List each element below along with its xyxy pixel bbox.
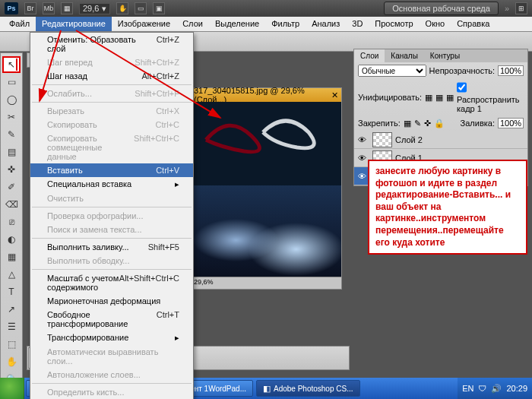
unify-icon[interactable]: ▦ [425, 93, 432, 103]
menu-справка[interactable]: Справка [451, 17, 496, 31]
menu-item: Автоналожение слоев... [30, 368, 193, 382]
fill-label: Заливка: [461, 119, 495, 128]
tool-5[interactable]: ▤ [2, 144, 21, 160]
panel-tabs: СлоиКаналыКонтуры [354, 49, 527, 62]
minibridge-icon[interactable]: Mb [43, 2, 55, 14]
blend-mode-select[interactable]: Обычные [358, 65, 426, 77]
menu-item: Скопировать совмещенные данныеShift+Ctrl… [30, 131, 193, 163]
arrange-icon[interactable]: ▭ [135, 2, 147, 14]
tool-11[interactable]: ▦ [2, 249, 21, 265]
menu-фильтр[interactable]: Фильтр [265, 17, 306, 31]
toolbox: ↖▭◯✂✎▤✜✐⌫⎚◐▦△T↗☰⬚✋🔍 [0, 52, 23, 399]
menubar: ФайлРедактированиеИзображениеСлоиВыделен… [0, 17, 532, 32]
hand-icon[interactable]: ✋ [116, 2, 128, 14]
tool-0[interactable]: ↖ [2, 56, 21, 73]
opacity-field[interactable]: 100% [498, 65, 524, 76]
clock[interactable]: 20:29 [506, 384, 527, 393]
menu-item: Автоматически выравнивать слои... [30, 345, 193, 368]
unify-icon[interactable]: ▦ [446, 93, 454, 103]
tool-4[interactable]: ✎ [2, 126, 21, 143]
tool-1[interactable]: ▭ [2, 74, 21, 90]
menu-изображение[interactable]: Изображение [112, 17, 176, 31]
app-icon: ◧ [263, 384, 271, 394]
instruction-callout: занесите любую картинку в фотошоп и идит… [368, 160, 527, 255]
unify-label: Унифицировать: [358, 93, 422, 102]
menu-item[interactable]: ВставитьCtrl+V [30, 163, 193, 177]
visibility-icon[interactable]: 👁 [354, 135, 369, 144]
workspace-selector[interactable]: Основная рабочая среда [384, 2, 499, 15]
tray-icon[interactable]: 🛡 [478, 384, 486, 393]
menu-анализ[interactable]: Анализ [306, 17, 346, 31]
cslive-icon[interactable]: ⊞ [515, 2, 527, 14]
menu-item[interactable]: Трансформирование▸ [30, 331, 193, 345]
lock-transparency-icon[interactable]: ▦ [404, 119, 411, 128]
tool-10[interactable]: ◐ [2, 231, 21, 248]
visibility-icon[interactable]: 👁 [354, 172, 369, 181]
tool-6[interactable]: ✜ [2, 161, 21, 178]
start-button[interactable] [0, 378, 24, 399]
unify-icon[interactable]: ▦ [435, 93, 443, 103]
visibility-icon[interactable]: 👁 [354, 154, 369, 163]
tool-16[interactable]: ⬚ [2, 336, 21, 353]
menu-item: ВырезатьCtrl+X [30, 104, 193, 118]
workspace-more-icon[interactable]: » [505, 4, 509, 13]
close-icon[interactable]: ✕ [331, 90, 338, 100]
language-indicator[interactable]: EN [462, 384, 473, 393]
menu-редактирование[interactable]: Редактирование [36, 17, 112, 31]
edit-menu-dropdown: Отменить: Образовать слойCtrl+ZШаг впере… [30, 32, 194, 399]
tool-15[interactable]: ☰ [2, 318, 21, 335]
tool-9[interactable]: ⎚ [2, 214, 21, 230]
menu-item: СкопироватьCtrl+C [30, 118, 193, 131]
layer-thumbnail[interactable] [372, 132, 392, 147]
menu-item[interactable]: Шаг назадAlt+Ctrl+Z [30, 69, 193, 83]
tool-13[interactable]: T [2, 283, 21, 300]
bridge-icon[interactable]: Br [24, 2, 36, 14]
menu-item: Выполнить обводку... [30, 254, 193, 268]
menu-item: Определить кисть... [30, 385, 193, 399]
tool-12[interactable]: △ [2, 266, 21, 283]
tray-icon[interactable]: 🔊 [491, 384, 502, 394]
menu-item[interactable]: Марионеточная деформация [30, 294, 193, 308]
taskbar-button[interactable]: ◧Adobe Photoshop CS... [256, 380, 360, 397]
lock-position-icon[interactable]: ✜ [424, 119, 431, 128]
tool-17[interactable]: ✋ [2, 353, 21, 370]
lock-label: Закрепить: [358, 119, 401, 128]
panel-tab[interactable]: Каналы [385, 49, 424, 62]
tool-14[interactable]: ↗ [2, 301, 21, 318]
menu-item[interactable]: Отменить: Образовать слойCtrl+Z [30, 33, 193, 55]
panel-tab[interactable]: Контуры [424, 49, 466, 62]
document-titlebar[interactable]: 317_304015815.jpg @ 29,6% (Слой...) ✕ [191, 88, 341, 102]
menu-слои[interactable]: Слои [176, 17, 209, 31]
fill-field[interactable]: 100% [498, 118, 524, 128]
tool-2[interactable]: ◯ [2, 91, 21, 108]
menu-item: Шаг впередShift+Ctrl+Z [30, 55, 193, 69]
screen-mode-icon[interactable]: ▣ [153, 2, 165, 14]
propagate-checkbox[interactable]: Распространить кадр 1 [457, 81, 524, 113]
menu-item[interactable]: Свободное трансформированиеCtrl+T [30, 308, 193, 331]
view-extras-icon[interactable]: ▦ [61, 2, 73, 14]
menu-окно[interactable]: Окно [420, 17, 451, 31]
lock-pixels-icon[interactable]: ✎ [414, 119, 421, 128]
app-top-bar: Ps Br Mb ▦ 29,6 ▾ ✋ ▭ ▣ Основная рабочая… [0, 0, 532, 17]
tool-7[interactable]: ✐ [2, 179, 21, 195]
zoom-level[interactable]: 29,6 ▾ [79, 3, 110, 14]
menu-выделение[interactable]: Выделение [209, 17, 265, 31]
menu-item[interactable]: Выполнить заливку...Shift+F5 [30, 240, 193, 254]
canvas-artwork [198, 109, 328, 170]
menu-просмотр[interactable]: Просмотр [369, 17, 419, 31]
tool-3[interactable]: ✂ [2, 109, 21, 125]
tool-8[interactable]: ⌫ [2, 196, 21, 213]
menu-3d[interactable]: 3D [346, 17, 369, 31]
document-window: 317_304015815.jpg @ 29,6% (Слой...) ✕ 29… [190, 87, 342, 290]
menu-item: Поиск и замена текста... [30, 223, 193, 236]
canvas[interactable] [191, 102, 341, 277]
panel-tab[interactable]: Слои [354, 49, 385, 62]
menu-item: Проверка орфографии... [30, 209, 193, 223]
lock-all-icon[interactable]: 🔒 [434, 119, 445, 128]
menu-item[interactable]: Масштаб с учетом содержимогоAlt+Shift+Ct… [30, 271, 193, 294]
menu-файл[interactable]: Файл [3, 17, 36, 31]
menu-item: Ослабить...Shift+Ctrl+F [30, 87, 193, 100]
layer-name: Слой 2 [395, 135, 423, 144]
layer-row[interactable]: 👁Слой 2 [354, 131, 527, 149]
menu-item[interactable]: Специальная вставка▸ [30, 177, 193, 192]
